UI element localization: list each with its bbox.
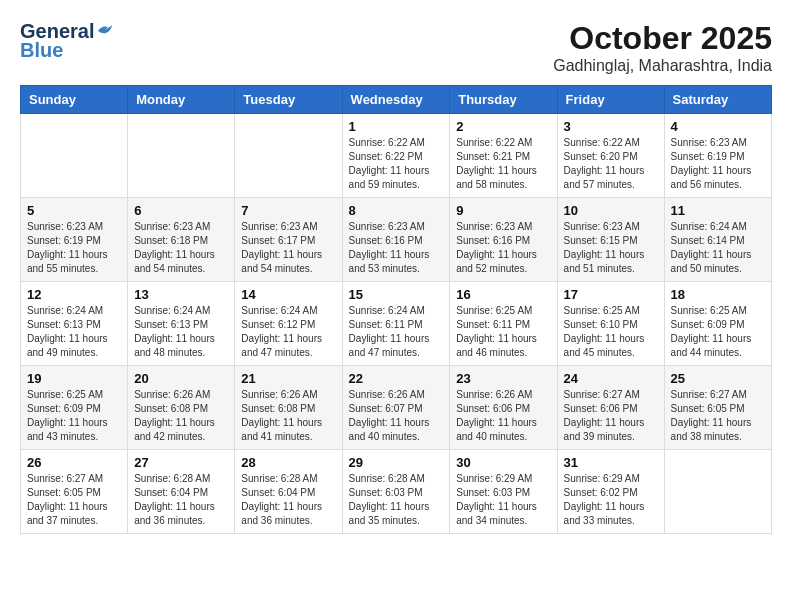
day-info: Sunrise: 6:22 AM Sunset: 6:22 PM Dayligh… bbox=[349, 136, 444, 192]
calendar-empty-cell bbox=[664, 450, 771, 534]
day-number: 15 bbox=[349, 287, 444, 302]
calendar-day-cell: 21Sunrise: 6:26 AM Sunset: 6:08 PM Dayli… bbox=[235, 366, 342, 450]
day-info: Sunrise: 6:24 AM Sunset: 6:14 PM Dayligh… bbox=[671, 220, 765, 276]
calendar-day-cell: 6Sunrise: 6:23 AM Sunset: 6:18 PM Daylig… bbox=[128, 198, 235, 282]
day-info: Sunrise: 6:26 AM Sunset: 6:07 PM Dayligh… bbox=[349, 388, 444, 444]
calendar-day-cell: 24Sunrise: 6:27 AM Sunset: 6:06 PM Dayli… bbox=[557, 366, 664, 450]
calendar-day-cell: 18Sunrise: 6:25 AM Sunset: 6:09 PM Dayli… bbox=[664, 282, 771, 366]
column-header-friday: Friday bbox=[557, 86, 664, 114]
day-number: 4 bbox=[671, 119, 765, 134]
day-number: 31 bbox=[564, 455, 658, 470]
column-header-thursday: Thursday bbox=[450, 86, 557, 114]
calendar-empty-cell bbox=[128, 114, 235, 198]
day-info: Sunrise: 6:25 AM Sunset: 6:11 PM Dayligh… bbox=[456, 304, 550, 360]
column-header-monday: Monday bbox=[128, 86, 235, 114]
calendar-day-cell: 12Sunrise: 6:24 AM Sunset: 6:13 PM Dayli… bbox=[21, 282, 128, 366]
calendar-week-row: 12Sunrise: 6:24 AM Sunset: 6:13 PM Dayli… bbox=[21, 282, 772, 366]
day-info: Sunrise: 6:28 AM Sunset: 6:04 PM Dayligh… bbox=[134, 472, 228, 528]
day-number: 14 bbox=[241, 287, 335, 302]
calendar-day-cell: 11Sunrise: 6:24 AM Sunset: 6:14 PM Dayli… bbox=[664, 198, 771, 282]
logo: General Blue bbox=[20, 20, 114, 62]
page-header: General Blue October 2025 Gadhinglaj, Ma… bbox=[20, 20, 772, 75]
month-title: October 2025 bbox=[553, 20, 772, 57]
calendar-day-cell: 3Sunrise: 6:22 AM Sunset: 6:20 PM Daylig… bbox=[557, 114, 664, 198]
day-number: 16 bbox=[456, 287, 550, 302]
calendar-day-cell: 10Sunrise: 6:23 AM Sunset: 6:15 PM Dayli… bbox=[557, 198, 664, 282]
calendar-table: SundayMondayTuesdayWednesdayThursdayFrid… bbox=[20, 85, 772, 534]
day-number: 13 bbox=[134, 287, 228, 302]
day-number: 7 bbox=[241, 203, 335, 218]
day-number: 28 bbox=[241, 455, 335, 470]
day-number: 25 bbox=[671, 371, 765, 386]
day-number: 10 bbox=[564, 203, 658, 218]
day-info: Sunrise: 6:24 AM Sunset: 6:12 PM Dayligh… bbox=[241, 304, 335, 360]
day-info: Sunrise: 6:26 AM Sunset: 6:06 PM Dayligh… bbox=[456, 388, 550, 444]
calendar-week-row: 26Sunrise: 6:27 AM Sunset: 6:05 PM Dayli… bbox=[21, 450, 772, 534]
calendar-day-cell: 2Sunrise: 6:22 AM Sunset: 6:21 PM Daylig… bbox=[450, 114, 557, 198]
day-info: Sunrise: 6:24 AM Sunset: 6:11 PM Dayligh… bbox=[349, 304, 444, 360]
day-number: 22 bbox=[349, 371, 444, 386]
logo-bird-icon bbox=[96, 23, 114, 37]
day-number: 6 bbox=[134, 203, 228, 218]
day-number: 29 bbox=[349, 455, 444, 470]
day-info: Sunrise: 6:27 AM Sunset: 6:05 PM Dayligh… bbox=[27, 472, 121, 528]
day-info: Sunrise: 6:23 AM Sunset: 6:16 PM Dayligh… bbox=[349, 220, 444, 276]
calendar-day-cell: 31Sunrise: 6:29 AM Sunset: 6:02 PM Dayli… bbox=[557, 450, 664, 534]
day-info: Sunrise: 6:22 AM Sunset: 6:21 PM Dayligh… bbox=[456, 136, 550, 192]
calendar-day-cell: 9Sunrise: 6:23 AM Sunset: 6:16 PM Daylig… bbox=[450, 198, 557, 282]
day-info: Sunrise: 6:23 AM Sunset: 6:18 PM Dayligh… bbox=[134, 220, 228, 276]
calendar-day-cell: 29Sunrise: 6:28 AM Sunset: 6:03 PM Dayli… bbox=[342, 450, 450, 534]
day-info: Sunrise: 6:28 AM Sunset: 6:03 PM Dayligh… bbox=[349, 472, 444, 528]
day-number: 1 bbox=[349, 119, 444, 134]
day-info: Sunrise: 6:23 AM Sunset: 6:17 PM Dayligh… bbox=[241, 220, 335, 276]
day-info: Sunrise: 6:27 AM Sunset: 6:06 PM Dayligh… bbox=[564, 388, 658, 444]
calendar-week-row: 1Sunrise: 6:22 AM Sunset: 6:22 PM Daylig… bbox=[21, 114, 772, 198]
day-number: 8 bbox=[349, 203, 444, 218]
calendar-day-cell: 14Sunrise: 6:24 AM Sunset: 6:12 PM Dayli… bbox=[235, 282, 342, 366]
day-info: Sunrise: 6:29 AM Sunset: 6:03 PM Dayligh… bbox=[456, 472, 550, 528]
title-section: October 2025 Gadhinglaj, Maharashtra, In… bbox=[553, 20, 772, 75]
column-header-sunday: Sunday bbox=[21, 86, 128, 114]
calendar-day-cell: 25Sunrise: 6:27 AM Sunset: 6:05 PM Dayli… bbox=[664, 366, 771, 450]
calendar-day-cell: 19Sunrise: 6:25 AM Sunset: 6:09 PM Dayli… bbox=[21, 366, 128, 450]
day-info: Sunrise: 6:23 AM Sunset: 6:16 PM Dayligh… bbox=[456, 220, 550, 276]
column-header-tuesday: Tuesday bbox=[235, 86, 342, 114]
day-number: 9 bbox=[456, 203, 550, 218]
day-info: Sunrise: 6:24 AM Sunset: 6:13 PM Dayligh… bbox=[27, 304, 121, 360]
day-info: Sunrise: 6:27 AM Sunset: 6:05 PM Dayligh… bbox=[671, 388, 765, 444]
calendar-day-cell: 16Sunrise: 6:25 AM Sunset: 6:11 PM Dayli… bbox=[450, 282, 557, 366]
calendar-day-cell: 26Sunrise: 6:27 AM Sunset: 6:05 PM Dayli… bbox=[21, 450, 128, 534]
day-number: 2 bbox=[456, 119, 550, 134]
column-header-wednesday: Wednesday bbox=[342, 86, 450, 114]
day-info: Sunrise: 6:25 AM Sunset: 6:10 PM Dayligh… bbox=[564, 304, 658, 360]
calendar-day-cell: 20Sunrise: 6:26 AM Sunset: 6:08 PM Dayli… bbox=[128, 366, 235, 450]
day-number: 24 bbox=[564, 371, 658, 386]
calendar-day-cell: 7Sunrise: 6:23 AM Sunset: 6:17 PM Daylig… bbox=[235, 198, 342, 282]
location-subtitle: Gadhinglaj, Maharashtra, India bbox=[553, 57, 772, 75]
calendar-day-cell: 1Sunrise: 6:22 AM Sunset: 6:22 PM Daylig… bbox=[342, 114, 450, 198]
day-number: 18 bbox=[671, 287, 765, 302]
day-number: 20 bbox=[134, 371, 228, 386]
calendar-day-cell: 5Sunrise: 6:23 AM Sunset: 6:19 PM Daylig… bbox=[21, 198, 128, 282]
calendar-day-cell: 15Sunrise: 6:24 AM Sunset: 6:11 PM Dayli… bbox=[342, 282, 450, 366]
calendar-week-row: 19Sunrise: 6:25 AM Sunset: 6:09 PM Dayli… bbox=[21, 366, 772, 450]
calendar-day-cell: 13Sunrise: 6:24 AM Sunset: 6:13 PM Dayli… bbox=[128, 282, 235, 366]
day-info: Sunrise: 6:22 AM Sunset: 6:20 PM Dayligh… bbox=[564, 136, 658, 192]
day-number: 19 bbox=[27, 371, 121, 386]
day-info: Sunrise: 6:23 AM Sunset: 6:19 PM Dayligh… bbox=[671, 136, 765, 192]
calendar-day-cell: 17Sunrise: 6:25 AM Sunset: 6:10 PM Dayli… bbox=[557, 282, 664, 366]
day-info: Sunrise: 6:23 AM Sunset: 6:19 PM Dayligh… bbox=[27, 220, 121, 276]
day-number: 11 bbox=[671, 203, 765, 218]
day-info: Sunrise: 6:26 AM Sunset: 6:08 PM Dayligh… bbox=[134, 388, 228, 444]
calendar-week-row: 5Sunrise: 6:23 AM Sunset: 6:19 PM Daylig… bbox=[21, 198, 772, 282]
day-number: 17 bbox=[564, 287, 658, 302]
calendar-day-cell: 30Sunrise: 6:29 AM Sunset: 6:03 PM Dayli… bbox=[450, 450, 557, 534]
calendar-day-cell: 4Sunrise: 6:23 AM Sunset: 6:19 PM Daylig… bbox=[664, 114, 771, 198]
calendar-empty-cell bbox=[235, 114, 342, 198]
calendar-day-cell: 22Sunrise: 6:26 AM Sunset: 6:07 PM Dayli… bbox=[342, 366, 450, 450]
day-info: Sunrise: 6:24 AM Sunset: 6:13 PM Dayligh… bbox=[134, 304, 228, 360]
calendar-empty-cell bbox=[21, 114, 128, 198]
day-number: 23 bbox=[456, 371, 550, 386]
calendar-day-cell: 27Sunrise: 6:28 AM Sunset: 6:04 PM Dayli… bbox=[128, 450, 235, 534]
calendar-day-cell: 23Sunrise: 6:26 AM Sunset: 6:06 PM Dayli… bbox=[450, 366, 557, 450]
